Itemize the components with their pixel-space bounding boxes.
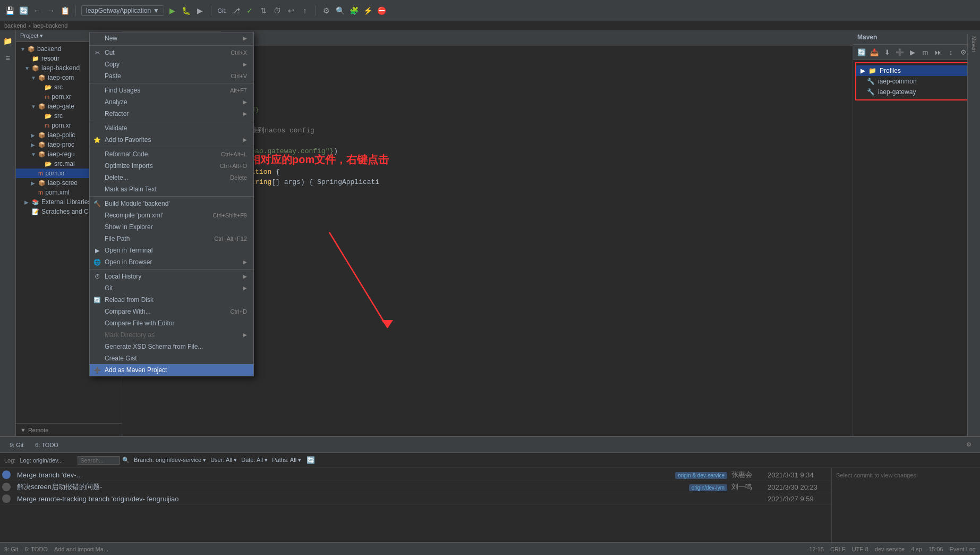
- maven-iaep-gateway[interactable]: 🔧 iaep-gateway: [856, 87, 977, 97]
- ctx-cut[interactable]: ✂ Cut Ctrl+X: [90, 47, 253, 58]
- maven-skip-btn[interactable]: ⏭: [933, 47, 943, 57]
- ctx-label: Open in Browser: [105, 258, 152, 266]
- run-config-selector[interactable]: leapGetwayApplication ▼: [81, 5, 164, 16]
- ctx-compare-editor[interactable]: Compare File with Editor: [90, 317, 253, 329]
- ctx-label: Add to Favorites: [105, 136, 151, 144]
- remote-item[interactable]: ▼ Remote: [20, 426, 117, 434]
- paths-filter-label: Paths: All: [272, 457, 296, 463]
- plugins-icon[interactable]: 🧩: [349, 5, 360, 16]
- todo-status-tab[interactable]: 6: TODO: [24, 546, 48, 552]
- pom-icon: m: [45, 94, 49, 100]
- ctx-add-maven[interactable]: ➕ Add as Maven Project: [90, 364, 253, 376]
- maven-sync-btn[interactable]: ↕: [945, 47, 956, 57]
- ctx-optimize[interactable]: Optimize Imports Ctrl+Alt+O: [90, 160, 253, 172]
- folder-icon: 📦: [38, 151, 46, 158]
- sync-icon[interactable]: 🔄: [18, 5, 29, 16]
- ctx-mark-plain[interactable]: Mark as Plain Text: [90, 183, 253, 195]
- user-filter[interactable]: User: All ▾: [210, 457, 237, 464]
- ctx-open-terminal[interactable]: ▶ Open in Terminal: [90, 245, 253, 256]
- recent-icon[interactable]: 📋: [59, 5, 70, 16]
- git-commit-row[interactable]: Merge branch 'dev-... origin & dev-servi…: [0, 469, 831, 481]
- ctx-reformat[interactable]: Reformat Code Ctrl+Alt+L: [90, 148, 253, 160]
- log-origin[interactable]: Log: origin/dev...: [20, 457, 63, 464]
- git-tab[interactable]: 9: Git: [4, 440, 29, 450]
- git-refresh-btn[interactable]: 🔄: [305, 455, 316, 466]
- ctx-file-path[interactable]: File Path Ctrl+Alt+F12: [90, 233, 253, 245]
- git-commit-row[interactable]: 解决screen启动报错的问题- origin/dev-lym 刘一鸣 2021…: [0, 481, 831, 493]
- ctx-create-gist[interactable]: Create Gist: [90, 352, 253, 364]
- maven-reimport-btn[interactable]: 📥: [869, 47, 880, 57]
- forward-icon[interactable]: →: [46, 5, 56, 16]
- git-push-icon[interactable]: ↑: [300, 5, 310, 16]
- git-status-tab[interactable]: 9: Git: [4, 546, 18, 552]
- folder-icon: 📚: [32, 199, 39, 206]
- debug-icon[interactable]: 🐛: [181, 5, 192, 16]
- ctx-local-history[interactable]: ⏱ Local History: [90, 271, 253, 282]
- coverage-icon[interactable]: ▶: [195, 5, 206, 16]
- git-history-icon[interactable]: ⏱: [272, 5, 283, 16]
- ctx-build-module[interactable]: 🔨 Build Module 'backend': [90, 198, 253, 209]
- git-branch-icon[interactable]: ⎇: [231, 5, 241, 16]
- date-filter[interactable]: Date: All ▾: [241, 457, 268, 464]
- ctx-shortcut: Ctrl+Alt+O: [220, 163, 247, 169]
- git-merge-icon[interactable]: ⇅: [258, 5, 269, 16]
- git-date: 2021/3/31 9:34: [768, 471, 831, 479]
- sep2: [211, 5, 211, 16]
- tree-label: resour: [41, 55, 59, 62]
- git-revert-icon[interactable]: ↩: [286, 5, 296, 16]
- ctx-git[interactable]: Git: [90, 282, 253, 294]
- git-search-input[interactable]: [78, 456, 120, 465]
- ctx-find-usages[interactable]: Find Usages Alt+F7: [90, 85, 253, 96]
- paths-filter[interactable]: Paths: All ▾: [272, 457, 301, 464]
- maven-add-btn[interactable]: ➕: [894, 47, 905, 57]
- ctx-open-browser[interactable]: 🌐 Open in Browser: [90, 256, 253, 268]
- maven-profiles[interactable]: ▶ 📁 Profiles: [856, 65, 977, 76]
- ctx-validate[interactable]: Validate: [90, 122, 253, 134]
- sep3: [316, 5, 316, 16]
- folder-icon: 📁: [32, 55, 39, 62]
- maven-run-btn[interactable]: ▶: [907, 47, 918, 57]
- branch-status[interactable]: dev-service: [875, 546, 905, 552]
- git-commit-row[interactable]: Merge remote-tracking branch 'origin/dev…: [0, 493, 831, 504]
- search-filter-icon[interactable]: 🔍: [122, 457, 130, 464]
- ctx-paste[interactable]: Paste Ctrl+V: [90, 70, 253, 82]
- structure-btn[interactable]: ≡: [2, 52, 14, 64]
- git-check-icon[interactable]: ✓: [244, 5, 255, 16]
- ctx-shortcut: Ctrl+D: [231, 308, 247, 315]
- stop-icon[interactable]: ⛔: [377, 5, 387, 16]
- power-icon[interactable]: ⚡: [363, 5, 373, 16]
- save-icon[interactable]: 💾: [4, 5, 15, 16]
- settings-icon-bottom[interactable]: ⚙: [962, 439, 976, 450]
- back-icon[interactable]: ←: [32, 5, 42, 16]
- maven-side-btn[interactable]: Maven: [971, 36, 977, 52]
- ctx-gen-xsd[interactable]: Generate XSD Schema from File...: [90, 341, 253, 352]
- ctx-mark-directory[interactable]: Mark Directory as: [90, 329, 253, 341]
- ctx-reload[interactable]: 🔄 Reload from Disk: [90, 294, 253, 306]
- maven-iaep-common[interactable]: 🔧 iaep-common: [856, 76, 977, 87]
- git-msg: 解决screen启动报错的问题-: [17, 482, 685, 492]
- breadcrumb-sep: ›: [29, 22, 31, 29]
- ctx-label: Cut: [105, 49, 115, 56]
- ctx-analyze[interactable]: Analyze: [90, 96, 253, 108]
- maven-refresh-btn[interactable]: 🔄: [856, 47, 867, 57]
- ctx-refactor[interactable]: Refactor: [90, 108, 253, 120]
- ctx-compare-with[interactable]: Compare With... Ctrl+D: [90, 306, 253, 317]
- branch-filter[interactable]: Branch: origin/dev-service ▾: [134, 457, 206, 464]
- todo-tab[interactable]: 6: TODO: [30, 440, 64, 450]
- maven-m-btn[interactable]: m: [920, 47, 931, 57]
- spaces: 4 sp: [911, 546, 922, 552]
- ctx-add-favorites[interactable]: ⭐ Add to Favorites: [90, 134, 253, 146]
- run-icon[interactable]: ▶: [167, 5, 178, 16]
- settings-icon[interactable]: ⚙: [321, 5, 332, 16]
- ctx-show-explorer[interactable]: Show in Explorer: [90, 221, 253, 233]
- maven-download-btn[interactable]: ⬇: [882, 47, 892, 57]
- ctx-recompile[interactable]: Recompile 'pom.xml' Ctrl+Shift+F9: [90, 209, 253, 221]
- git-log-toolbar: Log: Log: origin/dev... 🔍 Branch: origin…: [0, 453, 980, 468]
- event-log[interactable]: Event Log: [949, 546, 976, 552]
- folder-icon: 📦: [28, 46, 35, 53]
- ctx-delete[interactable]: Delete... Delete: [90, 172, 253, 183]
- ctx-new[interactable]: New: [90, 32, 253, 44]
- ctx-copy[interactable]: Copy: [90, 58, 253, 70]
- search-everywhere-icon[interactable]: 🔍: [335, 5, 346, 16]
- project-tool-btn[interactable]: 📁: [2, 35, 14, 47]
